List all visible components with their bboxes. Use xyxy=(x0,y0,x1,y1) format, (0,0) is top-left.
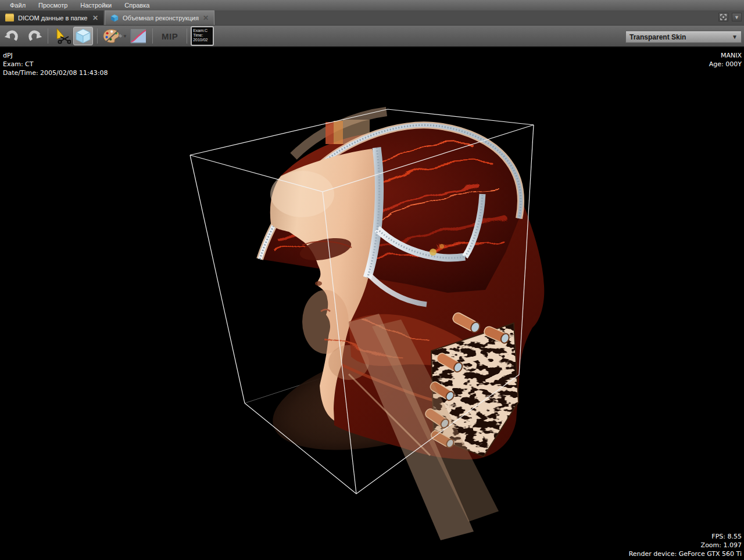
patient-age: Age: 000Y xyxy=(709,60,742,69)
palette-icon[interactable]: ▼ xyxy=(102,27,127,45)
restore-layout-icon[interactable] xyxy=(718,13,728,21)
volume-head-render xyxy=(260,112,544,540)
cube-icon xyxy=(110,14,119,22)
toolbar-separator xyxy=(187,28,187,44)
bounding-cube-icon[interactable] xyxy=(73,27,93,45)
overlay-tag-button[interactable]: Exam:C Time: 2010/02 xyxy=(191,26,214,46)
transfer-function-curve-icon[interactable] xyxy=(128,27,148,45)
volume-render-viewport[interactable]: dPJ Exam: CT Date/Time: 2005/02/08 11:43… xyxy=(0,49,744,560)
exam-datetime: Date/Time: 2005/02/08 11:43:08 xyxy=(3,69,108,77)
fps-value: FPS: 8.55 xyxy=(629,532,742,541)
crop-scissors-icon[interactable] xyxy=(52,27,72,45)
exam-modality: Exam: CT xyxy=(3,60,108,69)
toolbar-separator xyxy=(48,28,48,44)
preset-dropdown-value: Transparent Skin xyxy=(629,33,732,41)
close-icon[interactable]: ✕ xyxy=(203,14,209,22)
toolbar: ▼ MIP Exam:C Time: 2010/02 Transparent S… xyxy=(0,26,744,48)
tag-line: Time: xyxy=(193,33,212,38)
mip-button[interactable]: MIP xyxy=(157,27,183,45)
study-name: MANIX xyxy=(709,51,742,60)
palette-dropdown-arrow[interactable]: ▼ xyxy=(123,34,127,39)
render-device: Render device: GeForce GTX 560 Ti xyxy=(629,550,742,558)
menu-help[interactable]: Справка xyxy=(118,0,156,10)
patient-info-overlay: dPJ Exam: CT Date/Time: 2005/02/08 11:43… xyxy=(3,51,108,77)
render-stats-overlay: FPS: 8.55 Zoom: 1.097 Render device: GeF… xyxy=(629,532,742,558)
undo-icon[interactable] xyxy=(3,27,23,45)
tab-bar: DICOM данные в папке ✕ Объемная реконстр… xyxy=(0,10,744,26)
tab-label: DICOM данные в папке xyxy=(18,15,87,21)
tab-list-dropdown-icon[interactable]: ▼ xyxy=(732,13,742,21)
toolbar-separator xyxy=(97,28,98,44)
menu-settings[interactable]: Настройки xyxy=(74,0,118,10)
tag-line: 2010/02 xyxy=(193,38,212,42)
zoom-value: Zoom: 1.097 xyxy=(629,541,742,550)
tab-volume-reconstruction[interactable]: Объемная реконструкция ✕ xyxy=(105,10,214,25)
tab-dicom-folder[interactable]: DICOM данные в папке ✕ xyxy=(0,10,103,25)
study-info-overlay: MANIX Age: 000Y xyxy=(709,51,742,69)
app-window: Файл Просмотр Настройки Справка DICOM да… xyxy=(0,0,744,560)
tag-line: Exam:C xyxy=(193,28,212,33)
tab-label: Объемная реконструкция xyxy=(123,15,199,21)
close-icon[interactable]: ✕ xyxy=(92,14,98,22)
patient-name: dPJ xyxy=(3,51,108,60)
volume-render-scene xyxy=(0,49,744,560)
chevron-down-icon: ▼ xyxy=(732,34,738,40)
toolbar-separator xyxy=(152,28,153,44)
preset-dropdown[interactable]: Transparent Skin ▼ xyxy=(625,31,742,43)
menu-view[interactable]: Просмотр xyxy=(32,0,74,10)
menu-bar: Файл Просмотр Настройки Справка xyxy=(0,0,744,10)
folder-icon xyxy=(5,15,14,21)
redo-icon[interactable] xyxy=(24,27,44,45)
menu-file[interactable]: Файл xyxy=(3,0,32,10)
tabbar-controls: ▼ xyxy=(718,13,742,21)
